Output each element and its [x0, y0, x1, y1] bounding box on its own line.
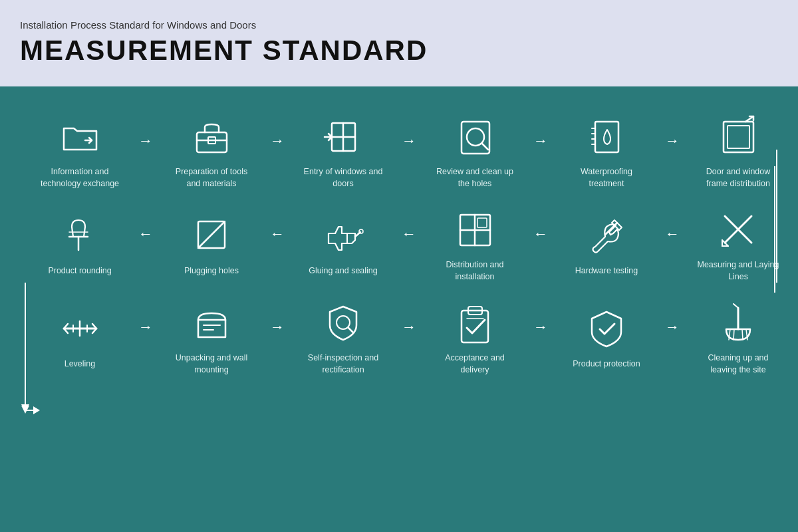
arrow-r4: ←	[265, 225, 290, 243]
step-plugging: Plugging holes	[158, 212, 265, 277]
svg-rect-31	[477, 218, 487, 227]
step-rounding: Product rounding	[27, 212, 133, 277]
svg-line-13	[482, 144, 488, 150]
arrow-r1: ←	[660, 225, 685, 243]
step-measuring: Measuring and Laying Lines	[685, 206, 791, 283]
hardware-icon	[583, 212, 630, 259]
step-label: Hardware testing	[575, 265, 638, 277]
step-gluing: Gluing and sealing	[290, 212, 396, 277]
arrow-4: →	[528, 132, 553, 150]
arrow-l2: →	[265, 319, 290, 336]
level-icon	[57, 305, 103, 352]
svg-rect-14	[595, 122, 618, 152]
svg-line-46	[348, 328, 353, 332]
step-info-exchange: Information and technology exchange	[27, 113, 133, 190]
step-waterproofing: Waterproofing treatment	[553, 113, 660, 190]
svg-line-36	[198, 221, 225, 248]
arrow-l1: →	[133, 319, 158, 336]
frame-dist-icon	[715, 113, 761, 160]
step-label: Information and technology exchange	[37, 166, 123, 190]
arrow-l5: →	[660, 319, 685, 336]
svg-point-33	[359, 229, 363, 233]
step-label: Cleaning up and leaving the site	[695, 352, 781, 376]
svg-rect-20	[728, 126, 749, 148]
arrow-2: →	[265, 132, 290, 150]
step-frame-dist: Door and window frame distribution	[685, 113, 791, 190]
step-label: Entry of windows and doors	[300, 166, 386, 190]
glue-icon	[320, 212, 366, 259]
step-label: Leveling	[65, 358, 96, 370]
svg-marker-60	[33, 406, 40, 414]
step-label: Distribution and installation	[432, 259, 518, 283]
svg-rect-47	[462, 311, 488, 342]
step-label: Plugging holes	[184, 265, 239, 277]
step-distribution: Distribution and installation	[422, 206, 528, 283]
shield-icon	[583, 305, 630, 352]
step-label: Acceptance and delivery	[432, 352, 518, 376]
step-label: Product protection	[573, 358, 640, 370]
svg-rect-4	[197, 132, 227, 152]
distribution-icon	[452, 206, 498, 253]
step-label: Preparation of tools and materials	[168, 166, 255, 190]
step-protection: Product protection	[553, 305, 660, 370]
measure-icon	[715, 206, 761, 253]
step-label: Measuring and Laying Lines	[695, 259, 781, 283]
arrow-l3: →	[396, 319, 422, 336]
window-entry-icon	[320, 113, 366, 160]
step-entry-windows: Entry of windows and doors	[290, 113, 396, 190]
self-inspect-icon	[320, 299, 366, 346]
svg-marker-58	[21, 406, 29, 414]
toolbox-icon	[188, 113, 235, 160]
step-label: Product rounding	[48, 265, 111, 277]
waterproof-icon	[583, 113, 630, 160]
arrow-r2: ←	[528, 225, 553, 243]
svg-line-55	[733, 304, 738, 308]
plug-icon	[188, 212, 235, 259]
step-tools-prep: Preparation of tools and materials	[158, 113, 265, 190]
arrow-5: →	[660, 132, 685, 150]
folder-icon	[57, 113, 103, 160]
arrow-3: →	[396, 132, 422, 150]
arrow-l4: →	[528, 319, 553, 336]
step-label: Gluing and sealing	[309, 265, 378, 277]
svg-point-45	[336, 316, 350, 329]
header-subtitle: Installation Process Standard for Window…	[20, 19, 778, 31]
svg-point-12	[467, 128, 484, 146]
step-review-holes: Review and clean up the holes	[422, 113, 528, 190]
header-title: MEASUREMENT STANDARD	[20, 35, 778, 66]
step-leveling: Leveling	[27, 305, 133, 370]
row-2: Measuring and Laying Lines ← Hardware te…	[27, 206, 778, 283]
svg-line-53	[742, 329, 743, 340]
step-label: Unpacking and wall mounting	[168, 352, 255, 376]
step-acceptance: Acceptance and delivery	[422, 299, 528, 376]
svg-rect-11	[462, 122, 489, 154]
main-content: Information and technology exchange → Pr…	[0, 86, 798, 532]
svg-marker-2	[21, 404, 29, 412]
step-label: Review and clean up the holes	[432, 166, 518, 190]
step-unpacking: Unpacking and wall mounting	[158, 299, 265, 376]
accept-icon	[452, 299, 498, 346]
arrow-1: →	[133, 132, 158, 150]
arrow-r3: ←	[396, 225, 422, 243]
step-label: Self-inspection and rectification	[300, 352, 386, 376]
arrow-r5: ←	[133, 225, 158, 243]
row-1: Information and technology exchange → Pr…	[27, 113, 778, 190]
step-hardware: Hardware testing	[553, 212, 660, 277]
step-cleanup: Cleaning up and leaving the site	[685, 299, 791, 376]
header: Installation Process Standard for Window…	[0, 0, 798, 86]
svg-line-52	[733, 329, 734, 340]
broom-icon	[715, 299, 761, 346]
step-label: Waterproofing treatment	[563, 166, 650, 190]
row-3: Leveling → Unpacking and wall mounting →	[27, 299, 778, 376]
step-label: Door and window frame distribution	[695, 166, 781, 190]
pin-icon	[57, 212, 103, 259]
magnifier-icon	[452, 113, 498, 160]
unpack-icon	[188, 299, 235, 346]
step-self-inspect: Self-inspection and rectification	[290, 299, 396, 376]
